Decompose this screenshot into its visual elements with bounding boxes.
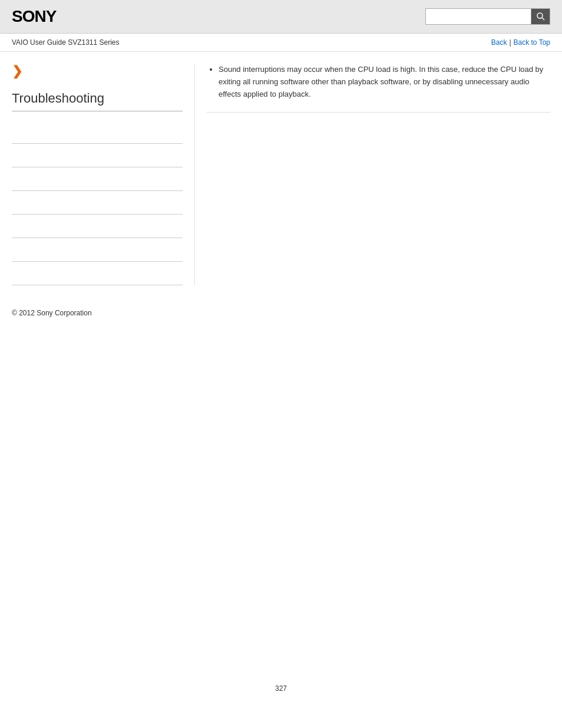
- content-area: Sound interruptions may occur when the C…: [194, 64, 550, 285]
- list-item: [12, 120, 183, 144]
- section-title: Troubleshooting: [12, 91, 183, 111]
- list-item: [12, 262, 183, 285]
- header: SONY: [0, 0, 562, 34]
- sony-logo: SONY: [12, 7, 56, 26]
- guide-title: VAIO User Guide SVZ1311 Series: [12, 38, 120, 47]
- nav-bar: VAIO User Guide SVZ1311 Series Back | Ba…: [0, 34, 562, 52]
- page-number: 327: [0, 673, 562, 704]
- sidebar-link-5[interactable]: [12, 222, 14, 230]
- footer: © 2012 Sony Corporation: [0, 297, 562, 329]
- copyright-text: © 2012 Sony Corporation: [12, 309, 92, 317]
- sidebar-link-4[interactable]: [12, 199, 14, 207]
- sidebar-link-7[interactable]: [12, 269, 14, 278]
- nav-separator: |: [509, 38, 511, 47]
- sidebar-link-1[interactable]: [12, 128, 14, 136]
- svg-point-0: [537, 13, 543, 18]
- search-icon: [536, 12, 546, 21]
- sidebar-link-6[interactable]: [12, 246, 14, 254]
- back-to-top-link[interactable]: Back to Top: [514, 38, 550, 47]
- search-input[interactable]: [425, 8, 531, 25]
- nav-links: Back | Back to Top: [491, 38, 550, 47]
- sidebar: ❯ Troubleshooting: [12, 64, 194, 285]
- list-item: [12, 167, 183, 191]
- sidebar-link-3[interactable]: [12, 175, 14, 183]
- search-button[interactable]: [531, 8, 550, 25]
- sidebar-links: [12, 120, 183, 285]
- content-bullet-1: Sound interruptions may occur when the C…: [219, 64, 550, 100]
- sidebar-link-2[interactable]: [12, 151, 14, 160]
- list-item: [12, 191, 183, 215]
- back-link[interactable]: Back: [491, 38, 507, 47]
- chevron-icon: ❯: [12, 64, 183, 79]
- main-content: ❯ Troubleshooting: [0, 52, 562, 297]
- list-item: [12, 144, 183, 167]
- content-divider: [207, 112, 550, 113]
- content-list: Sound interruptions may occur when the C…: [207, 64, 550, 100]
- list-item: [12, 215, 183, 238]
- search-container: [425, 8, 550, 25]
- list-item: [12, 238, 183, 262]
- svg-line-1: [542, 18, 544, 20]
